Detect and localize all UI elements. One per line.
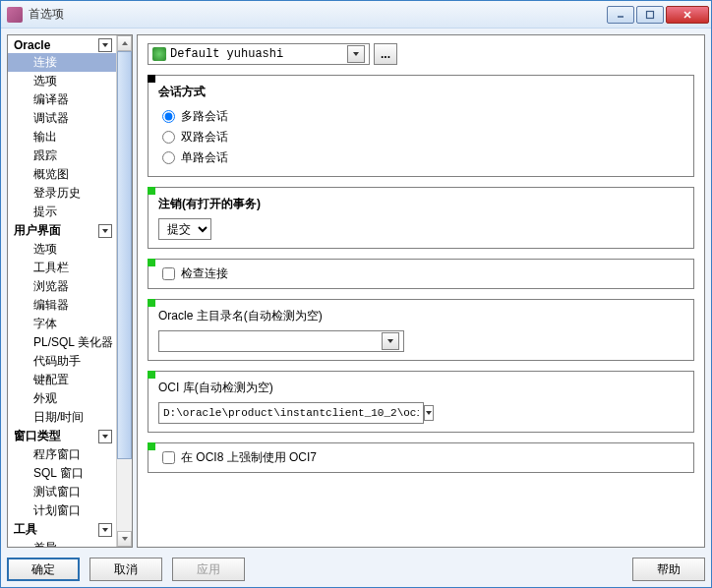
tree-item[interactable]: PL/SQL 美化器 (8, 333, 116, 352)
tree[interactable]: Oracle连接选项编译器调试器输出跟踪概览图登录历史提示用户界面选项工具栏浏览… (8, 35, 116, 547)
tree-item[interactable]: 概览图 (8, 165, 116, 184)
session-radio[interactable] (162, 131, 175, 144)
tree-section-header[interactable]: 用户界面 (8, 221, 116, 240)
apply-button[interactable]: 应用 (172, 558, 245, 581)
tree-item[interactable]: 字体 (8, 315, 116, 333)
session-radio-row[interactable]: 单路会话 (158, 147, 683, 168)
session-radio[interactable] (162, 110, 175, 123)
profile-label: Default yuhuashi (170, 47, 343, 61)
scroll-thumb[interactable] (117, 51, 132, 459)
session-radio[interactable] (162, 151, 175, 164)
oracle-home-title: Oracle 主目录名(自动检测为空) (158, 308, 683, 324)
minimize-button[interactable] (607, 6, 634, 24)
ellipsis-label: ... (381, 47, 390, 61)
tree-item[interactable]: 调试器 (8, 109, 116, 128)
force-oci-group: 在 OCI8 上强制使用 OCI7 (148, 442, 694, 473)
sidebar: Oracle连接选项编译器调试器输出跟踪概览图登录历史提示用户界面选项工具栏浏览… (7, 34, 133, 548)
logoff-title: 注销(有打开的事务) (158, 196, 683, 212)
tree-item[interactable]: 编辑器 (8, 296, 116, 315)
session-mode-group: 会话方式 多路会话双路会话单路会话 (148, 75, 694, 177)
tree-section-label: 用户界面 (14, 222, 98, 239)
oci-lib-title: OCI 库(自动检测为空) (158, 380, 683, 396)
titlebar[interactable]: 首选项 (1, 1, 711, 29)
maximize-button[interactable] (636, 6, 664, 24)
button-bar: 确定 取消 应用 帮助 (7, 554, 705, 581)
logoff-group: 注销(有打开的事务) 提交 (148, 187, 694, 249)
tree-item[interactable]: 工具栏 (8, 259, 116, 277)
force-oci-row[interactable]: 在 OCI8 上强制使用 OCI7 (158, 447, 683, 468)
oracle-home-combo[interactable] (158, 330, 404, 352)
chevron-down-icon[interactable] (98, 523, 112, 537)
session-radio-label: 多路会话 (181, 108, 228, 125)
profile-more-button[interactable]: ... (374, 43, 397, 65)
tree-section-header[interactable]: 工具 (8, 520, 116, 539)
tree-item[interactable]: 测试窗口 (8, 483, 116, 501)
oracle-home-group: Oracle 主目录名(自动检测为空) (148, 299, 694, 361)
cancel-button[interactable]: 取消 (89, 558, 162, 581)
tree-item[interactable]: 日期/时间 (8, 408, 116, 427)
tree-section-label: Oracle (14, 38, 98, 52)
tree-item[interactable]: 代码助手 (8, 352, 116, 371)
oci-lib-input[interactable] (158, 402, 424, 424)
session-radio-row[interactable]: 双路会话 (158, 127, 683, 147)
chevron-down-icon[interactable] (382, 332, 399, 350)
svg-rect-1 (647, 11, 654, 18)
session-radio-label: 双路会话 (181, 129, 228, 146)
tree-item[interactable]: 选项 (8, 72, 116, 90)
window-title: 首选项 (29, 6, 607, 23)
tree-item[interactable]: 计划窗口 (8, 501, 116, 520)
tree-item[interactable]: 登录历史 (8, 184, 116, 203)
tree-item[interactable]: 差异 (8, 539, 116, 547)
tree-item[interactable]: 程序窗口 (8, 445, 116, 464)
tree-item[interactable]: 输出 (8, 128, 116, 147)
tree-section-header[interactable]: 窗口类型 (8, 427, 116, 445)
session-radio-label: 单路会话 (181, 149, 228, 166)
tree-section-label: 窗口类型 (14, 428, 98, 444)
close-button[interactable] (666, 6, 709, 24)
chevron-down-icon[interactable] (347, 45, 365, 63)
check-connection-label: 检查连接 (181, 265, 228, 282)
check-connection-checkbox[interactable] (162, 267, 175, 280)
tree-item[interactable]: SQL 窗口 (8, 464, 116, 483)
preferences-window: 首选项 Oracle连接选项编译器调试器输出跟踪概览图登录历史提示用户界面选项工… (0, 0, 712, 588)
app-icon (7, 7, 23, 23)
scrollbar[interactable] (116, 35, 132, 547)
logoff-select[interactable]: 提交 (159, 219, 210, 239)
tree-item[interactable]: 跟踪 (8, 147, 116, 165)
tree-item[interactable]: 连接 (8, 53, 116, 72)
scroll-track[interactable] (117, 51, 132, 531)
tree-item[interactable]: 编译器 (8, 90, 116, 109)
scroll-down-button[interactable] (117, 531, 132, 547)
tree-item[interactable]: 选项 (8, 240, 116, 259)
body: Oracle连接选项编译器调试器输出跟踪概览图登录历史提示用户界面选项工具栏浏览… (1, 29, 711, 587)
tree-item[interactable]: 浏览器 (8, 277, 116, 296)
force-oci-label: 在 OCI8 上强制使用 OCI7 (181, 449, 317, 466)
tree-section-label: 工具 (14, 521, 98, 538)
tree-item[interactable]: 提示 (8, 203, 116, 221)
chevron-down-icon[interactable] (98, 430, 112, 443)
profile-icon (152, 47, 166, 61)
oci-lib-group: OCI 库(自动检测为空) (148, 371, 694, 433)
help-button[interactable]: 帮助 (632, 558, 705, 581)
force-oci-checkbox[interactable] (162, 451, 175, 464)
chevron-down-icon[interactable] (98, 38, 112, 52)
session-radio-row[interactable]: 多路会话 (158, 106, 683, 127)
chevron-down-icon[interactable] (98, 224, 112, 238)
profile-combo[interactable]: Default yuhuashi (148, 43, 370, 65)
content-panel: Default yuhuashi ... 会话方式 多路会话双路会话单路会话 (137, 34, 705, 548)
tree-item[interactable]: 键配置 (8, 371, 116, 389)
session-mode-title: 会话方式 (158, 84, 683, 100)
scroll-up-button[interactable] (117, 35, 132, 51)
ok-button[interactable]: 确定 (7, 558, 80, 581)
tree-item[interactable]: 外观 (8, 389, 116, 408)
chevron-down-icon[interactable] (424, 405, 434, 421)
check-connection-group: 检查连接 (148, 259, 694, 289)
tree-section-header[interactable]: Oracle (8, 37, 116, 53)
check-connection-row[interactable]: 检查连接 (158, 264, 683, 284)
